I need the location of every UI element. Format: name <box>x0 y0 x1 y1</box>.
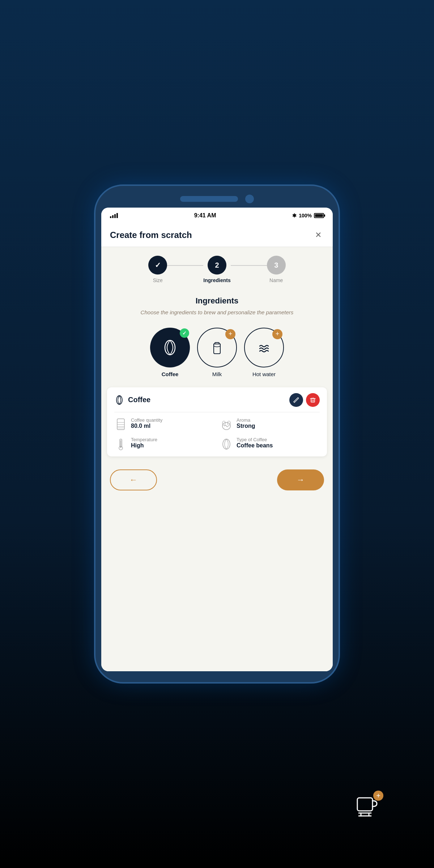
next-button[interactable]: → <box>277 469 324 490</box>
detail-aroma: Aroma Strong <box>220 417 320 431</box>
detail-card-title-area: Coffee <box>114 395 150 405</box>
close-button[interactable]: ✕ <box>312 229 324 241</box>
floating-cup[interactable]: + <box>351 791 383 825</box>
phone-frame: 9:41 AM ✱ 100% Create from scratch ✕ ✓ S… <box>94 184 340 684</box>
trash-icon <box>310 397 316 403</box>
coffee-bean-icon <box>161 339 179 357</box>
aroma-icon <box>220 418 233 431</box>
coffee-detail-card: Coffee <box>107 387 327 456</box>
svg-point-20 <box>223 439 230 449</box>
svg-rect-13 <box>117 427 124 430</box>
quantity-icon-wrap <box>114 418 127 431</box>
step-2-number: 2 <box>215 261 219 269</box>
milk-plus-badge: + <box>225 329 235 339</box>
detail-coffee-type: Type of Coffee Coffee beans <box>220 437 320 451</box>
coffee-check-badge: ✓ <box>180 328 189 338</box>
aroma-icon-wrap <box>220 418 233 431</box>
edit-icon <box>293 397 299 403</box>
temperature-icon-wrap <box>114 438 127 451</box>
quantity-value: 80.0 ml <box>131 423 162 429</box>
coffee-type-icon-wrap <box>220 438 233 451</box>
svg-rect-3 <box>311 399 315 402</box>
step-2-label: Ingredients <box>203 277 230 283</box>
main-content: Ingredients Choose the ingredients to br… <box>101 289 333 671</box>
hot-water-label: Hot water <box>252 371 276 377</box>
coffee-type-icon <box>221 438 232 451</box>
phone-pill <box>180 196 238 202</box>
section-subtitle: Choose the ingredients to brew and perso… <box>101 309 333 324</box>
coffee-type-value: Coffee beans <box>237 442 273 449</box>
aroma-value: Strong <box>237 423 255 429</box>
hot-water-icon <box>256 340 272 356</box>
svg-rect-21 <box>357 798 373 811</box>
steps-progress: ✓ Size 2 Ingredients 3 Name <box>101 247 333 289</box>
detail-coffee-icon <box>114 395 124 405</box>
step-1-label: Size <box>153 277 163 283</box>
bluetooth-icon: ✱ <box>292 213 297 218</box>
step-1-wrapper: ✓ Size <box>148 256 167 283</box>
ingredient-coffee[interactable]: ✓ Coffee <box>150 328 190 377</box>
svg-point-0 <box>165 340 175 355</box>
temperature-icon <box>116 438 125 451</box>
milk-circle[interactable]: + <box>197 328 237 367</box>
hot-water-circle[interactable]: + <box>244 328 284 367</box>
step-2-wrapper: 2 Ingredients <box>203 256 230 283</box>
next-arrow: → <box>297 475 305 485</box>
aroma-text: Aroma Strong <box>237 417 255 429</box>
back-button[interactable]: ← <box>110 469 157 490</box>
step-3-number: 3 <box>274 261 278 269</box>
header-title: Create from scratch <box>110 230 192 240</box>
status-time: 9:41 AM <box>194 212 216 219</box>
ingredients-row: ✓ Coffee <box>101 324 333 384</box>
step-line-2 <box>231 265 267 266</box>
screen: 9:41 AM ✱ 100% Create from scratch ✕ ✓ S… <box>101 208 333 671</box>
cup-plus-badge: + <box>373 791 383 801</box>
battery-percent: 100% <box>299 213 312 218</box>
coffee-label: Coffee <box>162 371 179 377</box>
detail-card-actions <box>289 393 320 407</box>
svg-point-2 <box>116 396 122 404</box>
temperature-text: Temperature High <box>131 437 157 449</box>
status-right: ✱ 100% <box>292 213 324 218</box>
phone-notch <box>95 186 339 208</box>
step-1-circle: ✓ <box>148 256 167 275</box>
step-3-wrapper: 3 Name <box>267 256 286 283</box>
coffee-circle[interactable]: ✓ <box>150 328 190 367</box>
hot-water-plus-badge: + <box>272 329 282 339</box>
ingredient-milk[interactable]: + Milk <box>197 328 237 377</box>
section-title: Ingredients <box>101 289 333 309</box>
coffee-type-text: Type of Coffee Coffee beans <box>237 437 273 449</box>
milk-label: Milk <box>212 371 222 377</box>
battery-icon <box>314 213 324 218</box>
phone-camera <box>245 195 254 203</box>
detail-temperature: Temperature High <box>114 437 214 451</box>
quantity-sublabel: Coffee quantity <box>131 417 162 423</box>
quantity-icon <box>115 418 126 431</box>
detail-grid: Coffee quantity 80.0 ml <box>114 417 320 451</box>
temperature-sublabel: Temperature <box>131 437 157 442</box>
app-header: Create from scratch ✕ <box>101 224 333 247</box>
signal-indicator <box>110 213 118 218</box>
step-1-checkmark: ✓ <box>155 261 161 269</box>
nav-buttons: ← → <box>101 464 333 499</box>
detail-quantity: Coffee quantity 80.0 ml <box>114 417 214 431</box>
status-bar: 9:41 AM ✱ 100% <box>101 208 333 224</box>
coffee-type-sublabel: Type of Coffee <box>237 437 273 442</box>
detail-card-title: Coffee <box>128 396 150 404</box>
step-3-label: Name <box>269 277 283 283</box>
aroma-sublabel: Aroma <box>237 417 255 423</box>
delete-button[interactable] <box>306 393 320 407</box>
edit-button[interactable] <box>289 393 303 407</box>
quantity-text: Coffee quantity 80.0 ml <box>131 417 162 429</box>
back-arrow: ← <box>129 475 137 485</box>
step-line-1 <box>167 265 203 266</box>
step-3-circle: 3 <box>267 256 286 275</box>
milk-bottle-icon <box>209 340 225 356</box>
step-2-circle: 2 <box>208 256 226 275</box>
ingredient-hot-water[interactable]: + Hot water <box>244 328 284 377</box>
temperature-value: High <box>131 442 157 449</box>
detail-card-header: Coffee <box>114 393 320 412</box>
